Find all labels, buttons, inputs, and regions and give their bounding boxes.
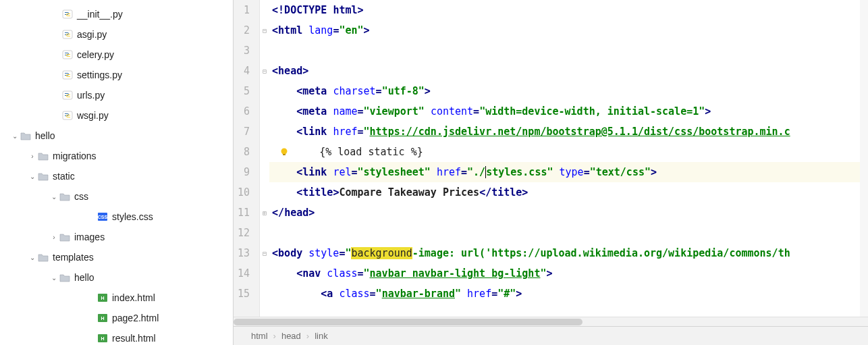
tree-file[interactable]: urls.py [0,85,233,105]
fold-placeholder [260,81,269,101]
tree-file[interactable]: Hpage2.html [0,308,233,328]
line-number: 8 [238,142,250,162]
line-number: 2 [238,20,250,41]
breadcrumb-item[interactable]: link [310,331,332,341]
line-number: 11 [238,203,250,223]
tree-folder[interactable]: ⌄templates [0,247,233,267]
fold-placeholder [260,284,269,304]
fold-placeholder [260,122,269,142]
py-icon [62,50,73,59]
chevron-right-icon: › [305,331,310,341]
tree-item-label: css [74,191,88,202]
line-number-gutter: 123456789101112131415 [234,0,260,317]
folder-icon [20,131,31,140]
tree-item-label: templates [53,252,94,263]
tree-file[interactable]: Hindex.html [0,288,233,308]
fold-placeholder [260,41,269,61]
line-number: 13 [238,243,250,263]
fold-placeholder [260,162,269,182]
chevron-down-icon[interactable]: ⌄ [9,132,20,140]
chevron-right-icon[interactable]: › [49,234,59,241]
inspections-strip[interactable] [860,0,868,317]
svg-text:H: H [101,336,104,341]
fold-collapse-icon[interactable]: ⊟ [260,61,269,81]
tree-item-label: index.html [112,292,155,303]
chevron-down-icon[interactable]: ⌄ [27,254,38,261]
chevron-down-icon[interactable]: ⌄ [49,274,59,282]
breadcrumb: html › head › link [234,326,868,345]
tree-folder[interactable]: ⌄hello [0,126,233,146]
tree-item-label: __init__.py [77,9,123,20]
folder-icon [59,232,70,242]
horizontal-scrollbar[interactable] [234,317,868,326]
tree-item-label: urls.py [77,90,105,101]
breadcrumb-item[interactable]: head [277,331,305,341]
tree-item-label: settings.py [77,70,122,80]
code-content[interactable]: <!DOCTYPE html> <html lang="en"> <head> … [269,0,868,317]
tree-folder[interactable]: ⌄css [0,186,233,207]
line-number: 15 [238,284,250,304]
chevron-down-icon[interactable]: ⌄ [49,193,59,201]
line-number: 4 [238,61,250,81]
line-number: 7 [238,122,250,142]
line-number: 1 [238,0,250,20]
fold-column[interactable]: ⊟⊟⊞⊟ [260,0,269,317]
py-icon [62,30,73,39]
breadcrumb-item[interactable]: html [247,331,272,341]
fold-collapse-icon[interactable]: ⊟ [260,20,269,41]
fold-placeholder [260,0,269,20]
tree-file[interactable]: CSSstyles.css [0,207,233,227]
folder-icon [38,151,49,161]
tree-folder[interactable]: ›images [0,227,233,247]
search-highlight: background [351,247,412,259]
fold-collapse-icon[interactable]: ⊟ [260,243,269,263]
intention-bulb-icon[interactable] [279,147,290,157]
tree-folder[interactable]: ⌄hello [0,267,233,288]
tree-item-label: styles.css [112,211,153,222]
line-number: 3 [238,41,250,61]
tree-file[interactable]: settings.py [0,65,233,85]
fold-placeholder [260,263,269,284]
project-tree[interactable]: __init__.pyasgi.pycelery.pysettings.pyur… [0,0,233,345]
line-number: 6 [238,101,250,122]
tree-item-label: page2.html [112,313,159,323]
current-line[interactable]: <link rel="stylesheet" href="./styles.cs… [269,162,868,182]
tree-file[interactable]: Hresult.html [0,328,233,345]
py-icon [62,90,73,100]
fold-placeholder [260,182,269,203]
tree-item-label: static [53,171,75,182]
line-number: 12 [238,223,250,243]
line-number: 10 [238,182,250,203]
tree-folder[interactable]: ⌄static [0,166,233,186]
py-icon [62,9,73,19]
chevron-right-icon: › [272,331,277,341]
tree-file[interactable]: celery.py [0,45,233,65]
tree-item-label: hello [74,272,94,283]
tree-item-label: images [74,232,105,242]
fold-placeholder [260,223,269,243]
py-icon [62,70,73,80]
tree-folder[interactable]: ›migrations [0,146,233,166]
chevron-right-icon[interactable]: › [27,153,38,160]
html-icon: H [97,334,108,343]
folder-icon [59,192,70,201]
scrollbar-thumb[interactable] [234,319,582,325]
tree-item-label: result.html [112,333,156,344]
line-number: 9 [238,162,250,182]
fold-expand-icon[interactable]: ⊞ [260,203,269,223]
tree-item-label: migrations [53,151,97,161]
fold-placeholder [260,142,269,162]
doctype: <!DOCTYPE [272,4,333,16]
svg-text:CSS: CSS [98,215,108,219]
tree-file[interactable]: wsgi.py [0,105,233,126]
code-editor[interactable]: 123456789101112131415 ⊟⊟⊞⊟ <!DOCTYPE htm… [234,0,868,317]
css-icon: CSS [97,212,108,221]
tree-file[interactable]: asgi.py [0,24,233,45]
folder-icon [38,171,49,181]
tree-item-label: asgi.py [77,29,107,40]
tree-item-label: celery.py [77,49,114,60]
chevron-down-icon[interactable]: ⌄ [27,173,38,180]
tree-file[interactable]: __init__.py [0,4,233,24]
folder-icon [59,273,70,282]
editor-area: 123456789101112131415 ⊟⊟⊞⊟ <!DOCTYPE htm… [233,0,868,345]
